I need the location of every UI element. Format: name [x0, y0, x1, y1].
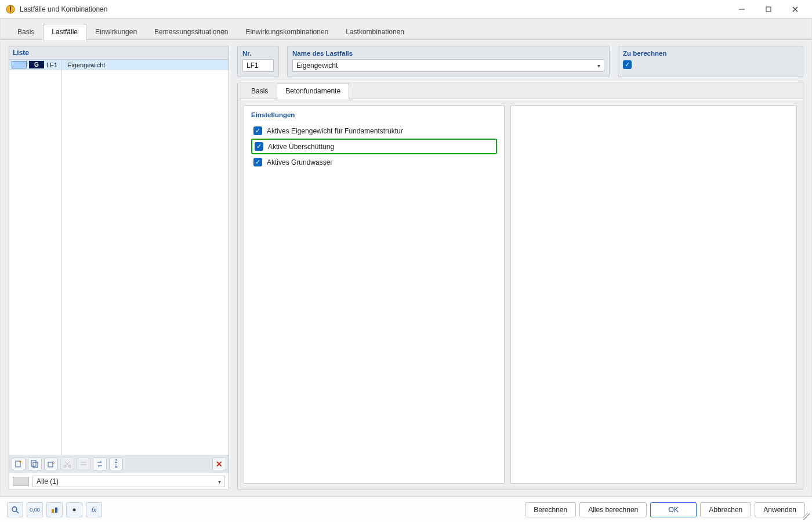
chevron-down-icon: ▾ [218, 478, 221, 485]
main-tabstrip: Basis Lastfälle Einwirkungen Bemessungss… [1, 19, 811, 40]
svg-rect-6 [33, 462, 38, 467]
label-backfill: Aktive Überschüttung [268, 143, 334, 151]
svg-point-10 [12, 507, 17, 512]
svg-rect-11 [52, 509, 54, 513]
settings-card: Einstellungen ✓ Aktives Eigengewicht für… [244, 105, 505, 484]
resize-grip-icon[interactable] [803, 513, 810, 520]
delete-loadcase-button[interactable]: ✕ [212, 458, 226, 470]
detail-body-columns: Einstellungen ✓ Aktives Eigengewicht für… [238, 99, 803, 490]
svg-point-13 [73, 508, 76, 511]
filter-color-swatch [13, 477, 29, 486]
svg-rect-1 [10, 6, 11, 10]
swap-button[interactable] [93, 458, 107, 470]
label-number: Nr. [242, 50, 274, 57]
list-row-lf1[interactable]: G LF1 Eigengewicht [9, 60, 229, 70]
preview-card [510, 105, 797, 484]
label-selfweight: Aktives Eigengewicht für Fundamentstrukt… [267, 127, 403, 135]
button-alles-berechnen[interactable]: Alles berechnen [579, 502, 647, 517]
footer-tool-dot[interactable] [66, 502, 82, 517]
new-loadcase-button[interactable] [12, 458, 26, 470]
footer-tool-fx[interactable]: fx [86, 502, 102, 517]
list-header: Liste [9, 46, 229, 60]
content-area: Liste G LF1 Eigengewicht 26 [1, 40, 811, 496]
footer-tool-find[interactable] [7, 502, 23, 517]
dropdown-loadcase-name[interactable]: Eigengewicht ▾ [292, 59, 604, 72]
renumber-button[interactable]: 26 [109, 458, 123, 470]
input-number[interactable]: LF1 [242, 59, 274, 72]
chevron-down-icon: ▾ [597, 63, 600, 69]
window-close-button[interactable] [782, 1, 809, 18]
window-title: Lastfälle und Kombinationen [20, 5, 107, 13]
copy-loadcase-button[interactable] [28, 458, 42, 470]
tool-button-2[interactable] [77, 458, 90, 470]
svg-rect-2 [10, 10, 11, 12]
svg-rect-5 [31, 461, 36, 466]
insert-loadcase-button[interactable] [44, 458, 58, 470]
fieldgroup-calc: Zu berechnen ✓ [618, 46, 803, 77]
filter-select-label: Alle (1) [37, 477, 59, 485]
loadcase-color-swatch [12, 61, 27, 68]
checkrow-groundwater[interactable]: ✓ Aktives Grundwasser [251, 154, 497, 170]
loadcase-code: LF1 [46, 61, 65, 68]
svg-rect-12 [55, 507, 57, 513]
footer-tool-units[interactable]: 0,00 [27, 502, 43, 517]
tab-einwirkungskombinationen[interactable]: Einwirkungskombinationen [237, 24, 338, 40]
detail-body: Basis Betonfundamente Einstellungen ✓ Ak… [237, 82, 803, 490]
app-icon [6, 5, 15, 14]
svg-rect-7 [48, 462, 53, 467]
category-badge: G [29, 61, 44, 68]
tab-basis[interactable]: Basis [9, 24, 43, 40]
filter-select[interactable]: Alle (1) ▾ [32, 476, 225, 487]
button-berechnen[interactable]: Berechnen [525, 502, 576, 517]
label-name: Name des Lastfalls [292, 50, 604, 57]
filter-row: Alle (1) ▾ [9, 473, 229, 490]
checkbox-backfill[interactable]: ✓ [255, 142, 263, 151]
svg-rect-3 [766, 7, 771, 12]
loadcase-name: Eigengewicht [67, 61, 226, 68]
dialog-body: Basis Lastfälle Einwirkungen Bemessungss… [0, 19, 812, 496]
fieldgroup-name: Name des Lastfalls Eigengewicht ▾ [287, 46, 610, 77]
fieldgroup-number: Nr. LF1 [237, 46, 279, 77]
button-abbrechen[interactable]: Abbrechen [700, 502, 751, 517]
label-groundwater: Aktives Grundwasser [267, 158, 332, 166]
subtab-basis[interactable]: Basis [242, 83, 277, 99]
tab-lastkombinationen[interactable]: Lastkombinationen [337, 24, 413, 40]
footer-bar: 0,00 fx Berechnen Alles berechnen OK Abb… [0, 496, 812, 522]
label-calc: Zu berechnen [623, 50, 798, 57]
detail-panel: Nr. LF1 Name des Lastfalls Eigengewicht … [237, 46, 803, 490]
window-minimize-button[interactable] [728, 1, 755, 18]
list-area[interactable]: G LF1 Eigengewicht [9, 60, 229, 455]
list-panel: Liste G LF1 Eigengewicht 26 [9, 46, 229, 490]
settings-section-label: Einstellungen [251, 111, 497, 118]
list-toolbar: 26 ✕ [9, 455, 229, 473]
cut-button[interactable] [60, 458, 74, 470]
button-ok[interactable]: OK [650, 502, 697, 517]
footer-tool-model[interactable] [46, 502, 63, 517]
subtab-strip: Basis Betonfundamente [238, 82, 803, 99]
button-anwenden[interactable]: Anwenden [755, 502, 805, 517]
value-name: Eigengewicht [296, 61, 338, 70]
window-maximize-button[interactable] [755, 1, 782, 18]
value-number: LF1 [246, 61, 259, 70]
titlebar: Lastfälle und Kombinationen [0, 0, 812, 19]
tab-einwirkungen[interactable]: Einwirkungen [86, 24, 146, 40]
checkrow-backfill[interactable]: ✓ Aktive Überschüttung [251, 139, 497, 154]
checkbox-groundwater[interactable]: ✓ [253, 158, 262, 166]
checkbox-to-calculate[interactable]: ✓ [623, 60, 632, 69]
tab-bemessungssituationen[interactable]: Bemessungssituationen [146, 24, 237, 40]
checkrow-selfweight[interactable]: ✓ Aktives Eigengewicht für Fundamentstru… [251, 123, 497, 139]
detail-header-row: Nr. LF1 Name des Lastfalls Eigengewicht … [237, 46, 803, 77]
tab-lastfaelle[interactable]: Lastfälle [43, 24, 86, 40]
checkbox-selfweight[interactable]: ✓ [253, 126, 262, 135]
subtab-betonfundamente[interactable]: Betonfundamente [277, 83, 349, 99]
